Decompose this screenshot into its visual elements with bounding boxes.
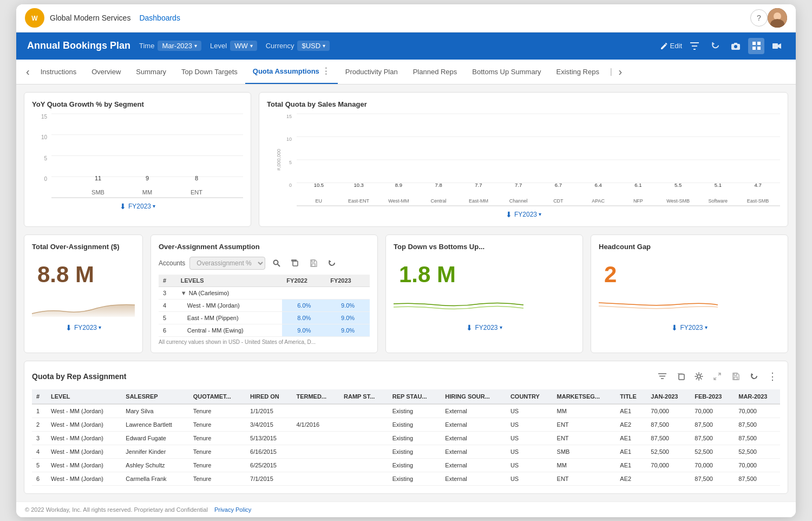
filter-icon[interactable] xyxy=(686,38,703,54)
bottom-table-card: Quota by Rep Assignment xyxy=(24,361,788,494)
app-footer: © 2022 Workday, Inc. All rights reserved… xyxy=(16,502,796,517)
privacy-policy-link[interactable]: Privacy Policy xyxy=(214,506,251,513)
oa-col-num: # xyxy=(159,275,176,287)
table-save-icon[interactable] xyxy=(728,369,743,384)
oa-toolbar: Accounts Overassignment % xyxy=(159,256,370,270)
charts-row-2: Total Over-Assignment ($) 8.8 M xyxy=(24,235,788,353)
card1-legend-text[interactable]: FY2023 ▾ xyxy=(74,324,101,331)
col-num: # xyxy=(32,389,47,404)
tab-summary[interactable]: Summary xyxy=(128,61,174,82)
tab-bottoms-up[interactable]: Bottoms Up Summary xyxy=(464,61,548,82)
yoy-quota-chart-card: YoY Quota Growth % by Segment 15 10 5 0 xyxy=(24,92,251,227)
svg-rect-22 xyxy=(293,261,298,266)
table-row: 6West - MM (Jordan)Carmella FrankTenure7… xyxy=(32,472,780,485)
table-row: 4West - MM (Jordan)Jennifer KinderTenure… xyxy=(32,445,780,458)
table-row: 5West - MM (Jordan)Ashley SchultzTenure6… xyxy=(32,458,780,472)
oa-search-icon[interactable] xyxy=(270,256,284,270)
oa-row-3: 3 ▼NA (Carlesimo) xyxy=(159,286,370,299)
col-feb2023: FEB-2023 xyxy=(690,389,734,404)
help-icon[interactable]: ? xyxy=(750,9,768,27)
svg-rect-8 xyxy=(757,47,761,50)
col-country: COUNTRY xyxy=(506,389,553,404)
company-name: Global Modern Services xyxy=(50,14,130,22)
tab-menu-icon[interactable]: ⋮ xyxy=(322,66,330,76)
oa-copy-icon[interactable] xyxy=(288,256,302,270)
svg-rect-24 xyxy=(312,260,315,262)
card3-legend-text[interactable]: FY2023 ▾ xyxy=(475,324,502,331)
tab-quota-assumptions[interactable]: Quota Assumptions ⋮ xyxy=(245,60,338,84)
table-more-icon[interactable]: ⋮ xyxy=(765,369,780,384)
table-copy-icon[interactable] xyxy=(673,369,688,384)
edit-button[interactable]: Edit xyxy=(660,42,682,50)
tabs-bar: ‹ Instructions Overview Summary Top Down… xyxy=(16,60,796,84)
oa-footer: All currency values shown in USD - Unite… xyxy=(159,339,370,345)
table-expand-icon[interactable] xyxy=(710,369,725,384)
oa-overassignment-select[interactable]: Overassignment % xyxy=(189,257,265,270)
total-overassignment-card: Total Over-Assignment ($) 8.8 M xyxy=(24,235,143,353)
chart2-legend-text[interactable]: FY2023 ▾ xyxy=(514,211,541,218)
currency-label: Currency xyxy=(266,42,294,50)
svg-rect-31 xyxy=(734,373,737,375)
level-value[interactable]: WW ▾ xyxy=(230,41,257,51)
video-icon[interactable] xyxy=(769,38,785,54)
oa-col-fy2022: FY2022 xyxy=(282,275,326,287)
card4-legend-text[interactable]: FY2023 ▾ xyxy=(680,324,707,331)
app-container: W Global Modern Services Dashboards ? An… xyxy=(16,4,796,517)
dashboards-link[interactable]: Dashboards xyxy=(139,14,180,22)
oa-col-fy2023: FY2023 xyxy=(326,275,370,287)
headcount-title: Headcount Gap xyxy=(599,243,780,251)
chart1-legend-text[interactable]: FY2023 ▾ xyxy=(128,203,155,210)
svg-rect-7 xyxy=(752,47,756,50)
currency-chevron-icon: ▾ xyxy=(323,43,325,49)
col-termed: TERMED... xyxy=(292,389,339,404)
tab-planned-reps[interactable]: Planned Reps xyxy=(405,61,465,82)
oa-row-4: 4 West - MM (Jordan) 6.0% 9.0% xyxy=(159,299,370,311)
tab-overview[interactable]: Overview xyxy=(84,61,128,82)
chart2-legend: ⬇ FY2023 ▾ xyxy=(267,210,780,219)
table-filter-icon[interactable] xyxy=(654,369,670,384)
col-hiredon: HIRED ON xyxy=(246,389,292,404)
time-chevron-icon: ▾ xyxy=(194,43,197,49)
camera-icon[interactable] xyxy=(728,38,744,54)
svg-point-3 xyxy=(774,12,781,20)
level-label: Level xyxy=(210,42,227,50)
tab-productivity[interactable]: Productivity Plan xyxy=(338,61,405,82)
headcount-card: Headcount Gap 2 ⬇ FY2023 ▾ xyxy=(591,235,788,353)
overassignment-value: 8.8 M xyxy=(37,262,135,288)
top-nav: W Global Modern Services Dashboards ? xyxy=(16,4,796,32)
oa-refresh-icon[interactable] xyxy=(325,256,339,270)
oa-save-icon[interactable] xyxy=(306,256,320,270)
table-card-title: Quota by Rep Assignment xyxy=(32,372,127,381)
refresh-icon[interactable] xyxy=(707,38,723,54)
svg-point-20 xyxy=(274,260,278,264)
time-value[interactable]: Mar-2023 ▾ xyxy=(158,41,201,51)
workday-logo: W xyxy=(25,8,44,28)
tab-instructions[interactable]: Instructions xyxy=(33,61,84,82)
svg-rect-5 xyxy=(752,42,756,45)
header-bar: Annual Bookings Plan Time Mar-2023 ▾ Lev… xyxy=(16,32,796,60)
tab-next-button[interactable]: › xyxy=(615,61,626,82)
table-refresh-icon[interactable] xyxy=(746,369,762,384)
svg-rect-30 xyxy=(734,377,737,380)
table-row: 3West - MM (Jordan)Edward FugateTenure5/… xyxy=(32,431,780,445)
tab-existing-reps[interactable]: Existing Reps xyxy=(548,61,606,82)
card4-legend: ⬇ FY2023 ▾ xyxy=(599,323,780,332)
currency-value[interactable]: $USD ▾ xyxy=(297,41,330,51)
total-quota-chart-title: Total Quota by Sales Manager xyxy=(267,100,780,108)
col-rampst: RAMP ST... xyxy=(339,389,388,404)
oa-row-5: 5 East - MM (Pippen) 8.0% 9.0% xyxy=(159,311,370,324)
grid-icon[interactable] xyxy=(748,38,764,54)
tab-prev-button[interactable]: ‹ xyxy=(23,61,33,82)
user-avatar[interactable] xyxy=(768,8,787,28)
table-settings-icon[interactable] xyxy=(691,369,706,384)
footer-copyright: © 2022 Workday, Inc. All rights reserved… xyxy=(25,506,208,513)
tab-topdown[interactable]: Top Down Targets xyxy=(174,61,245,82)
oa-row-6: 6 Central - MM (Ewing) 9.0% 9.0% xyxy=(159,324,370,336)
time-label: Time xyxy=(139,42,154,50)
svg-rect-6 xyxy=(757,42,761,45)
table-row: 1West - MM (Jordan)Mary SilvaTenure1/1/2… xyxy=(32,404,780,418)
topdown-title: Top Down vs Bottoms Up... xyxy=(394,243,575,251)
main-content: YoY Quota Growth % by Segment 15 10 5 0 xyxy=(16,84,796,502)
yoy-quota-chart-title: YoY Quota Growth % by Segment xyxy=(32,100,243,108)
charts-row-1: YoY Quota Growth % by Segment 15 10 5 0 xyxy=(24,92,788,227)
